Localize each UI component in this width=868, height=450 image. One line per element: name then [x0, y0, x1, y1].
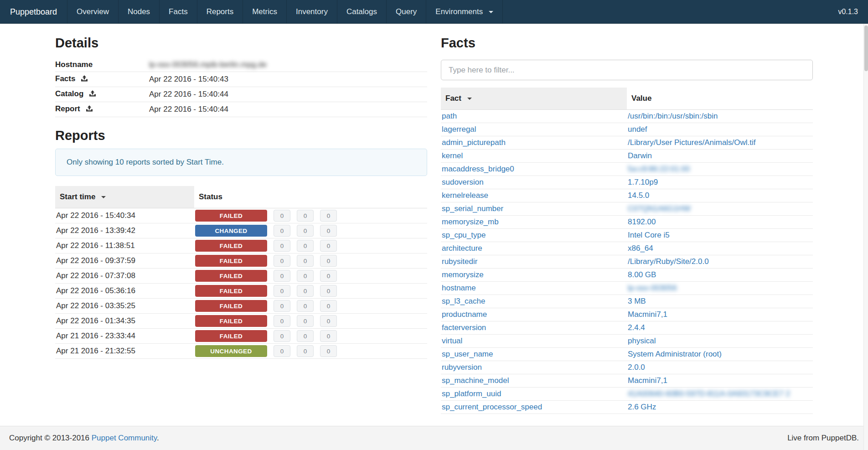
fact-value-link[interactable]: 2.6 GHz: [628, 403, 656, 411]
fact-name-cell: productname: [441, 308, 627, 321]
fact-name-link[interactable]: sp_machine_model: [442, 376, 509, 385]
sort-caret-icon: [101, 196, 106, 198]
fact-value-link[interactable]: Darwin: [628, 151, 652, 160]
fact-name-link[interactable]: rubysitedir: [442, 257, 477, 266]
fact-value-link[interactable]: /Library/User Pictures/Animals/Owl.tif: [628, 138, 756, 147]
fact-value-link[interactable]: 5a:c9:86:22:01:00: [628, 165, 690, 173]
fact-value-link[interactable]: lp-osx-003056: [628, 284, 677, 292]
fact-name-link[interactable]: architecture: [442, 244, 482, 253]
fact-name-link[interactable]: productname: [442, 310, 487, 319]
reports-column-start-time[interactable]: Start time: [55, 186, 194, 208]
facts-column-value[interactable]: Value: [627, 88, 813, 110]
status-badge: FAILED: [195, 210, 267, 222]
fact-value-link[interactable]: 8.00 GB: [628, 270, 656, 279]
puppet-community-link[interactable]: Puppet Community: [92, 434, 157, 442]
facts-filter-input[interactable]: [441, 60, 813, 80]
status-cell: FAILED000: [195, 285, 423, 297]
facts-column-fact[interactable]: Fact: [441, 88, 627, 110]
fact-name-link[interactable]: hostname: [442, 284, 476, 292]
fact-name-link[interactable]: sp_user_name: [442, 350, 493, 358]
fact-row: memorysize8.00 GB: [441, 269, 813, 282]
fact-value-link[interactable]: 14.5.0: [628, 191, 649, 200]
fact-value-cell: Intel Core i5: [627, 229, 813, 242]
event-count: 0: [320, 300, 337, 312]
report-start-time: Apr 22 2016 - 11:38:51: [55, 238, 194, 253]
status-cell: FAILED000: [195, 315, 423, 327]
fact-name-link[interactable]: virtual: [442, 336, 462, 345]
report-status-cell: CHANGED000: [194, 223, 427, 238]
fact-name-link[interactable]: facterversion: [442, 323, 486, 332]
nav-item-environments-dropdown[interactable]: Environments: [426, 0, 503, 23]
fact-value-link[interactable]: /usr/bin:/bin:/usr/sbin:/sbin: [628, 112, 718, 120]
reports-title: Reports: [55, 128, 427, 143]
fact-value-link[interactable]: /Library/Ruby/Site/2.0.0: [628, 257, 709, 266]
fact-value-cell: 41A00640-60B0-597D-811A-0A93173C9CE7 2: [627, 388, 813, 401]
fact-name-link[interactable]: lagerregal: [442, 125, 476, 134]
fact-name-link[interactable]: sp_platform_uuid: [442, 389, 501, 398]
nav-item-inventory[interactable]: Inventory: [286, 0, 337, 23]
status-cell: FAILED000: [195, 240, 423, 252]
brand-puppetboard[interactable]: Puppetboard: [0, 0, 67, 23]
nav-item-facts[interactable]: Facts: [159, 0, 197, 23]
fact-name-cell: rubyversion: [441, 361, 627, 374]
details-label: Catalog: [55, 87, 149, 102]
fact-value-link[interactable]: 41A00640-60B0-597D-811A-0A93173C9CE7 2: [628, 389, 790, 398]
fact-name-link[interactable]: admin_picturepath: [442, 138, 506, 147]
fact-value-link[interactable]: Intel Core i5: [628, 231, 670, 239]
fact-name-link[interactable]: macaddress_bridge0: [442, 165, 514, 173]
fact-value-link[interactable]: Macmini7,1: [628, 310, 667, 319]
nav-item-query[interactable]: Query: [386, 0, 426, 23]
fact-row: sp_cpu_typeIntel Core i5: [441, 229, 813, 242]
nav-item-nodes[interactable]: Nodes: [118, 0, 159, 23]
fact-value-link[interactable]: 2.4.4: [628, 323, 645, 332]
fact-value-link[interactable]: undef: [628, 125, 647, 134]
upload-icon[interactable]: [86, 105, 93, 114]
scrollbar-thumb[interactable]: [864, 26, 868, 71]
status-badge: CHANGED: [195, 225, 267, 237]
reports-column-status[interactable]: Status: [194, 186, 427, 208]
fact-value-link[interactable]: 2.0.0: [628, 363, 645, 372]
fact-value-link[interactable]: Macmini7,1: [628, 376, 667, 385]
scrollbar-track[interactable]: [863, 24, 868, 450]
fact-name-link[interactable]: sp_current_processor_speed: [442, 403, 542, 411]
fact-value-link[interactable]: 3 MB: [628, 297, 646, 305]
nav-spacer: [503, 0, 828, 23]
left-column: Details Hostnamelp-osx-003056.mpib-berli…: [55, 31, 427, 414]
fact-row: rubysitedir/Library/Ruby/Site/2.0.0: [441, 255, 813, 269]
fact-name-cell: sp_platform_uuid: [441, 388, 627, 401]
fact-row: sp_user_nameSystem Administrator (root): [441, 348, 813, 361]
nav-item-reports[interactable]: Reports: [197, 0, 243, 23]
event-count: 0: [320, 285, 337, 297]
fact-value-link[interactable]: System Administrator (root): [628, 350, 722, 358]
fact-name-link[interactable]: kernel: [442, 151, 463, 160]
fact-row: rubyversion2.0.0: [441, 361, 813, 374]
fact-name-cell: sp_machine_model: [441, 374, 627, 388]
fact-name-link[interactable]: memorysize: [442, 270, 484, 279]
fact-value-link[interactable]: 1.7.10p9: [628, 178, 658, 186]
nav-item-overview[interactable]: Overview: [67, 0, 118, 23]
fact-name-link[interactable]: sp_serial_number: [442, 204, 503, 213]
fact-name-link[interactable]: path: [442, 112, 457, 120]
fact-row: sp_l3_cache3 MB: [441, 295, 813, 308]
fact-name-link[interactable]: sp_cpu_type: [442, 231, 486, 239]
report-row: Apr 22 2016 - 05:36:16FAILED000: [55, 284, 427, 299]
fact-name-link[interactable]: sp_l3_cache: [442, 297, 485, 305]
upload-icon[interactable]: [81, 75, 88, 84]
fact-value-link[interactable]: C07QN1A6G1HW: [628, 204, 691, 213]
fact-name-link[interactable]: rubyversion: [442, 363, 482, 372]
fact-value-link[interactable]: x86_64: [628, 244, 653, 253]
details-label-text: Catalog: [55, 89, 83, 98]
status-header-label: Status: [199, 192, 222, 201]
fact-value-link[interactable]: 8192.00: [628, 217, 656, 226]
nav-item-catalogs[interactable]: Catalogs: [337, 0, 386, 23]
report-row: Apr 21 2016 - 21:32:55UNCHANGED000: [55, 344, 427, 359]
nav-item-metrics[interactable]: Metrics: [243, 0, 286, 23]
fact-value-link[interactable]: physical: [628, 336, 656, 345]
report-start-time: Apr 22 2016 - 09:37:59: [55, 253, 194, 269]
fact-name-link[interactable]: memorysize_mb: [442, 217, 499, 226]
fact-value-cell: 1.7.10p9: [627, 176, 813, 189]
fact-name-link[interactable]: sudoversion: [442, 178, 484, 186]
fact-name-link[interactable]: kernelrelease: [442, 191, 488, 200]
upload-icon[interactable]: [89, 90, 96, 99]
status-badge: FAILED: [195, 315, 267, 327]
